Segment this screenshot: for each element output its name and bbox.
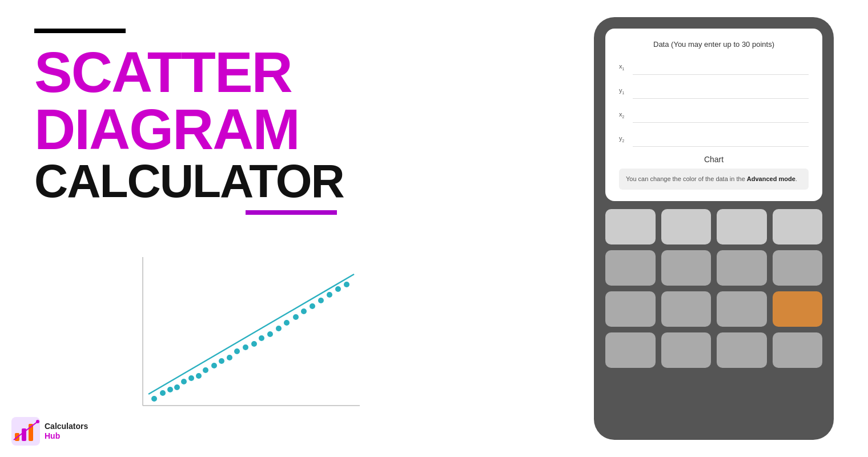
- chart-button[interactable]: Chart: [704, 155, 724, 164]
- calc-btn-11[interactable]: [717, 291, 767, 327]
- logo-icon: [11, 417, 40, 446]
- svg-point-8: [188, 375, 194, 381]
- svg-point-3: [151, 396, 157, 402]
- calc-btn-9[interactable]: [605, 291, 656, 327]
- x1-label: x1: [619, 63, 633, 71]
- y1-label: y1: [619, 87, 633, 95]
- advanced-mode-link[interactable]: Advanced mode: [747, 175, 795, 182]
- calc-btn-15[interactable]: [773, 332, 823, 368]
- svg-point-20: [284, 320, 290, 326]
- svg-point-33: [36, 420, 39, 423]
- svg-point-14: [234, 348, 240, 354]
- svg-point-7: [181, 379, 187, 384]
- svg-point-12: [219, 358, 224, 364]
- y2-row: y2: [619, 131, 809, 147]
- calc-btn-13[interactable]: [661, 332, 712, 368]
- button-row-3: [605, 291, 822, 327]
- svg-point-22: [301, 308, 307, 314]
- calc-btn-2[interactable]: [661, 209, 712, 244]
- calculator-body: Data (You may enter up to 30 points) x1 …: [594, 17, 834, 440]
- svg-point-26: [335, 286, 341, 292]
- svg-point-5: [167, 387, 173, 392]
- calc-btn-12[interactable]: [605, 332, 656, 368]
- calc-btn-14[interactable]: [717, 332, 767, 368]
- calc-btn-6[interactable]: [661, 250, 712, 286]
- calc-btn-7[interactable]: [717, 250, 767, 286]
- logo[interactable]: Calculators Hub: [11, 417, 88, 446]
- bottom-decorative-bar: [246, 210, 337, 215]
- calc-btn-10[interactable]: [661, 291, 712, 327]
- svg-point-16: [251, 341, 257, 347]
- x2-row: x2: [619, 107, 809, 123]
- calc-btn-5[interactable]: [605, 250, 656, 286]
- title-diagram: DIAGRAM: [34, 101, 463, 158]
- svg-point-15: [243, 344, 248, 350]
- calc-btn-3[interactable]: [717, 209, 767, 244]
- y1-row: y1: [619, 83, 809, 99]
- calc-btn-8[interactable]: [773, 250, 823, 286]
- svg-point-25: [327, 292, 332, 298]
- svg-point-23: [310, 303, 315, 309]
- title-scatter: SCATTER: [34, 43, 463, 101]
- svg-point-27: [344, 282, 349, 287]
- x2-input[interactable]: [633, 107, 809, 123]
- calc-btn-1[interactable]: [605, 209, 656, 244]
- button-row-1: [605, 209, 822, 244]
- chart-button-row: Chart: [619, 155, 809, 164]
- svg-point-13: [227, 355, 232, 360]
- calc-btn-4[interactable]: [773, 209, 823, 244]
- y2-label: y2: [619, 135, 633, 143]
- logo-hub: Hub: [45, 431, 88, 441]
- svg-point-19: [276, 326, 282, 331]
- button-row-4: [605, 332, 822, 368]
- y2-input[interactable]: [633, 131, 809, 147]
- svg-point-9: [196, 373, 202, 379]
- x1-input[interactable]: [633, 59, 809, 75]
- buttons-area: [605, 209, 822, 429]
- svg-point-11: [211, 363, 217, 368]
- left-section: SCATTER DIAGRAM CALCULATOR: [34, 29, 463, 215]
- calculator-wrapper: Data (You may enter up to 30 points) x1 …: [594, 17, 834, 440]
- calc-btn-enter[interactable]: [773, 291, 823, 327]
- button-row-2: [605, 250, 822, 286]
- top-decorative-bar: [34, 29, 126, 33]
- svg-point-24: [318, 298, 324, 303]
- svg-point-4: [160, 390, 166, 396]
- svg-point-10: [203, 367, 208, 373]
- advanced-notice: You can change the color of the data in …: [619, 169, 809, 190]
- svg-point-21: [293, 314, 299, 320]
- title-calculator: CALCULATOR: [34, 158, 463, 205]
- y1-input[interactable]: [633, 83, 809, 99]
- x2-label: x2: [619, 111, 633, 119]
- svg-point-17: [259, 335, 264, 341]
- x1-row: x1: [619, 59, 809, 75]
- logo-text: Calculators Hub: [45, 422, 88, 441]
- logo-calculators: Calculators: [45, 422, 88, 431]
- svg-point-18: [267, 331, 273, 337]
- scatter-chart-illustration: [120, 251, 365, 428]
- svg-line-2: [148, 274, 354, 394]
- panel-title: Data (You may enter up to 30 points): [619, 40, 809, 49]
- display-panel: Data (You may enter up to 30 points) x1 …: [605, 29, 822, 201]
- svg-point-6: [174, 384, 180, 390]
